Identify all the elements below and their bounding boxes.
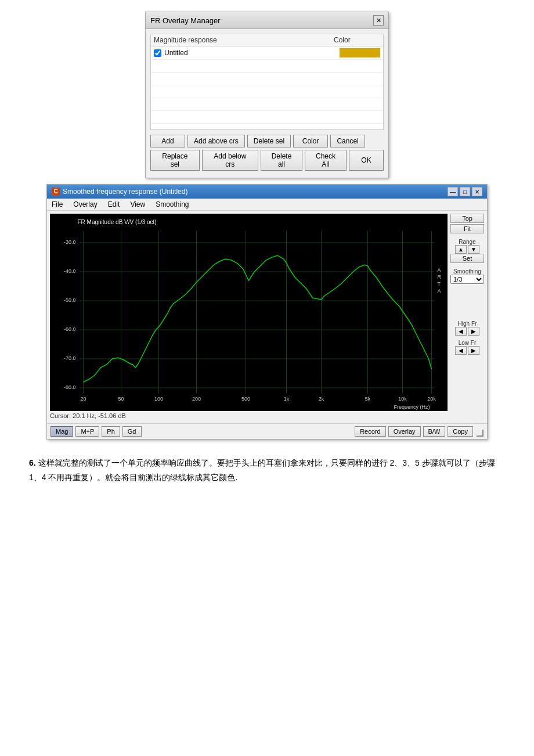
svg-text:1k: 1k [284,396,290,402]
fr-window-title: Smoothed frequency response (Untitled) [63,188,448,196]
smoothing-group: Smoothing 1/3 1/6 1/12 None [450,268,484,284]
svg-text:FR Magnitude dB V/V (1/3 oct): FR Magnitude dB V/V (1/3 oct) [78,219,157,225]
overlay-manager-dialog: FR Overlay Manager ✕ Magnitude response … [145,12,389,178]
minimize-icon: — [450,189,456,195]
range-label: Range [450,239,484,245]
step6-container: 6. 这样就完整的测试了一个单元的频率响应曲线了。要把手头上的耳塞们拿来对比，只… [12,450,522,491]
resize-handle[interactable] [477,430,484,437]
svg-text:-60.0: -60.0 [64,326,76,332]
delete-all-button[interactable]: Delete all [261,150,302,171]
top-button[interactable]: Top [450,214,484,223]
overlay-color-swatch-0[interactable] [340,48,380,57]
svg-text:-50.0: -50.0 [64,297,76,303]
svg-text:20k: 20k [427,396,436,402]
low-fr-group: Low Fr ◀ ▶ [450,340,484,355]
smoothing-label: Smoothing [450,268,484,275]
svg-text:A: A [438,288,441,294]
add-above-crs-button[interactable]: Add above crs [187,135,245,147]
fr-close-button[interactable]: ✕ [472,187,482,196]
svg-text:-30.0: -30.0 [64,239,76,245]
svg-text:2k: 2k [319,396,324,402]
overlay-button[interactable]: Overlay [388,426,421,437]
overlay-manager-close-button[interactable]: ✕ [373,15,384,26]
check-all-button[interactable]: Check All [305,150,347,171]
svg-text:20: 20 [80,396,86,402]
smoothing-select[interactable]: 1/3 1/6 1/12 None [450,275,484,284]
color-button[interactable]: Color [293,135,328,147]
chart-svg: FR Magnitude dB V/V (1/3 oct) -30.0 -40.… [50,214,448,411]
low-fr-arrows: ◀ ▶ [450,346,484,355]
fr-chart-area: FR Magnitude dB V/V (1/3 oct) -30.0 -40.… [50,214,448,420]
range-group: Range ▲ ▼ Set [450,239,484,264]
fit-button[interactable]: Fit [450,224,484,233]
step6-text: 这样就完整的测试了一个单元的频率响应曲线了。要把手头上的耳塞们拿来对比，只要同样… [29,458,495,482]
high-fr-arrows: ◀ ▶ [450,327,484,336]
gd-button[interactable]: Gd [122,426,142,437]
fr-menu-bar: File Overlay Edit View Smoothing [47,199,487,211]
svg-text:-80.0: -80.0 [64,384,76,390]
svg-text:R: R [438,274,442,280]
range-arrows: ▲ ▼ [450,245,484,254]
cursor-info: Cursor: 20.1 Hz, -51.06 dB [50,412,126,419]
close-icon: ✕ [376,17,381,24]
range-down-button[interactable]: ▼ [468,245,479,254]
svg-text:10k: 10k [398,396,407,402]
high-fr-group: High Fr ◀ ▶ [450,321,484,336]
ph-button[interactable]: Ph [102,426,120,437]
mp-button[interactable]: M+P [75,426,99,437]
delete-sel-button[interactable]: Delete sel [247,135,291,147]
fr-bottom-toolbar: Mag M+P Ph Gd Record Overlay B/W Copy [47,423,487,439]
overlay-table-header: Magnitude response Color [151,34,383,46]
high-fr-label: High Fr [450,321,484,327]
add-below-crs-button[interactable]: Add below crs [202,150,258,171]
fr-window-controls: — □ ✕ [448,187,482,196]
high-fr-left-button[interactable]: ◀ [455,327,467,336]
overlay-buttons-row2: Replace sel Add below crs Delete all Che… [150,150,384,171]
bw-button[interactable]: B/W [423,426,446,437]
fr-chart-bottom: Cursor: 20.1 Hz, -51.06 dB [50,411,448,420]
set-button[interactable]: Set [450,254,484,263]
fr-right-panel: Top Fit Range ▲ ▼ Set Smoothing 1/3 1/6 … [450,214,484,420]
overlay-row-0: Untitled [151,46,383,60]
low-fr-right-button[interactable]: ▶ [468,346,479,355]
overlay-table: Magnitude response Color Untitled [150,34,384,130]
menu-file[interactable]: File [50,200,64,209]
low-fr-label: Low Fr [450,340,484,346]
range-up-button[interactable]: ▲ [455,245,467,254]
svg-text:100: 100 [154,396,163,402]
menu-edit[interactable]: Edit [106,200,122,209]
menu-overlay[interactable]: Overlay [71,200,99,209]
menu-view[interactable]: View [128,200,147,209]
overlay-manager-title-bar: FR Overlay Manager ✕ [146,12,388,29]
add-button[interactable]: Add [150,135,185,147]
svg-text:-70.0: -70.0 [64,355,76,361]
col-header-name: Magnitude response [154,36,334,44]
high-fr-right-button[interactable]: ▶ [468,327,479,336]
menu-smoothing[interactable]: Smoothing [154,200,190,209]
overlay-name-0: Untitled [164,49,334,57]
overlay-checkbox-0[interactable] [154,49,161,57]
svg-text:A: A [438,267,441,273]
replace-sel-button[interactable]: Replace sel [150,150,200,171]
mag-button[interactable]: Mag [50,426,73,437]
maximize-button[interactable]: □ [460,187,470,196]
cancel-button[interactable]: Cancel [330,135,365,147]
svg-text:-40.0: -40.0 [64,268,76,274]
ok-button[interactable]: OK [349,150,384,171]
low-fr-left-button[interactable]: ◀ [455,346,467,355]
svg-text:5k: 5k [365,396,371,402]
fr-app-icon: C [52,188,60,196]
fr-content: FR Magnitude dB V/V (1/3 oct) -30.0 -40.… [47,211,487,423]
step6-number: 6. [29,458,36,467]
fr-window: C Smoothed frequency response (Untitled)… [46,184,488,440]
overlay-manager-title: FR Overlay Manager [150,16,221,25]
fr-title-bar: C Smoothed frequency response (Untitled)… [47,185,487,199]
overlay-empty-rows [151,60,383,129]
minimize-button[interactable]: — [448,187,458,196]
svg-text:50: 50 [118,396,124,402]
col-header-color: Color [334,36,380,44]
fr-chart[interactable]: FR Magnitude dB V/V (1/3 oct) -30.0 -40.… [50,214,448,411]
svg-text:500: 500 [241,396,250,402]
record-button[interactable]: Record [355,426,385,437]
copy-button[interactable]: Copy [448,426,473,437]
